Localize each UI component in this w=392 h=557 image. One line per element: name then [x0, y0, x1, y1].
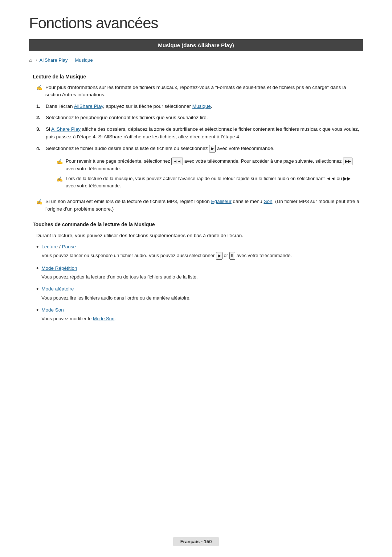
link-egaliseur[interactable]: Egaliseur: [211, 199, 232, 204]
step4-note2-text: Lors de la lecture de la musique, vous p…: [66, 175, 359, 189]
note-icon-1: [36, 84, 42, 92]
step4-note2: ✍ Lors de la lecture de la musique, vous…: [57, 175, 359, 189]
lecture-note-final-text: Si un son anormal est émis lors de la le…: [45, 198, 359, 213]
footer-label: Français - 150: [173, 537, 219, 546]
link-mode-repetition[interactable]: Mode Répétition: [41, 265, 77, 271]
note-icon-final: ✍: [36, 198, 42, 206]
bullet-desc-4: Vous pouvez modifier le Mode Son.: [41, 315, 116, 322]
bullet-dot-2: •: [36, 265, 38, 273]
step1-link-allshare[interactable]: AllShare Play: [74, 103, 103, 109]
breadcrumb-allshare[interactable]: AllShare Play: [39, 57, 68, 63]
link-mode-son-desc[interactable]: Mode Son: [93, 316, 114, 321]
step-1-text: Dans l'écran AllShare Play, appuyez sur …: [46, 102, 212, 110]
breadcrumb-musique[interactable]: Musique: [75, 57, 93, 63]
step-4-text: Sélectionnez le fichier audio désiré dan…: [46, 145, 359, 153]
link-pause[interactable]: Pause: [62, 244, 76, 249]
bullet-dot-3: •: [36, 285, 38, 293]
step-4-num: 4.: [36, 145, 43, 153]
section-header: Musique (dans AllShare Play): [29, 39, 363, 51]
step-3-num: 3.: [36, 125, 43, 133]
bullet-desc-1: Vous pouvez lancer ou suspendre un fichi…: [41, 252, 292, 260]
numbered-steps: 1. Dans l'écran AllShare Play, appuyez s…: [36, 102, 359, 195]
step3-link-allshare[interactable]: AllShare Play: [51, 126, 81, 132]
lecture-note-final: ✍ Si un son anormal est émis lors de la …: [33, 198, 359, 213]
step-1-num: 1.: [36, 102, 43, 110]
lecture-note1-text: Pour plus d'informations sur les formats…: [45, 84, 359, 99]
step-2: 2. Sélectionnez le périphérique contenan…: [36, 114, 359, 122]
step-2-num: 2.: [36, 114, 43, 122]
bullet-mode-aleatoire: • Mode aléatoire Vous pouvez lire les fi…: [36, 285, 359, 301]
bullet-mode-son: • Mode Son Vous pouvez modifier le Mode …: [36, 306, 359, 322]
prev-btn: ◄◄: [171, 158, 183, 165]
step1-link-musique[interactable]: Musique: [192, 103, 211, 109]
bullet-desc-2: Vous pouvez répéter la lecture d'un ou d…: [41, 273, 197, 281]
bullet-mode-repetition: • Mode Répétition Vous pouvez répéter la…: [36, 265, 359, 281]
step4-note1-text: Pour revenir à une page précédente, séle…: [66, 158, 359, 172]
breadcrumb-sep: →: [69, 57, 74, 62]
bullet-lecture-pause: • Lecture / Pause Vous pouvez lancer ou …: [36, 243, 359, 260]
pause-btn: II: [229, 252, 235, 260]
bullet-dot-4: •: [36, 306, 38, 314]
next-btn: ▶▶: [343, 158, 352, 165]
home-icon: ⌂: [29, 57, 32, 63]
bullet-desc-3: Vous pouvez lire les fichiers audio dans…: [41, 294, 191, 302]
play-btn-2: ▶: [216, 252, 222, 260]
bullet-content-3: Mode aléatoire Vous pouvez lire les fich…: [41, 285, 191, 301]
play-btn: ▶: [209, 145, 216, 153]
sep-1: /: [59, 244, 62, 249]
bullet-content-2: Mode Répétition Vous pouvez répéter la l…: [41, 265, 197, 281]
step4-note1: ✍ Pour revenir à une page précédente, sé…: [57, 158, 359, 172]
step-1: 1. Dans l'écran AllShare Play, appuyez s…: [36, 102, 359, 110]
bullet-label-2: Mode Répétition: [41, 265, 197, 272]
step-4: 4. Sélectionnez le fichier audio désiré …: [36, 145, 359, 195]
touches-intro: Durant la lecture, vous pouvez utiliser …: [33, 232, 359, 240]
breadcrumb: ⌂ → AllShare Play → Musique: [29, 57, 363, 63]
lecture-note1: Pour plus d'informations sur les formats…: [33, 84, 359, 99]
breadcrumb-arrow: →: [33, 57, 38, 62]
footer: Français - 150: [0, 537, 392, 546]
note-icon-step4b: ✍: [57, 175, 63, 183]
bullet-content-1: Lecture / Pause Vous pouvez lancer ou su…: [41, 243, 292, 260]
link-lecture[interactable]: Lecture: [41, 244, 58, 249]
lecture-section: Lecture de la Musique Pour plus d'inform…: [29, 74, 363, 213]
bullet-content-4: Mode Son Vous pouvez modifier le Mode So…: [41, 306, 116, 322]
bullet-label-3: Mode aléatoire: [41, 285, 191, 293]
page-title: Fonctions avancées: [29, 15, 363, 32]
step-2-text: Sélectionnez le périphérique contenant l…: [46, 114, 208, 122]
touches-title: Touches de commande de la lecture de la …: [33, 221, 359, 227]
note-icon-step4a: ✍: [57, 158, 63, 166]
step-3-text: Si AllShare Play affiche des dossiers, d…: [46, 125, 359, 141]
link-mode-aleatoire[interactable]: Mode aléatoire: [41, 286, 74, 292]
bullet-dot-1: •: [36, 243, 38, 251]
bullet-label-4: Mode Son: [41, 306, 116, 314]
lecture-title: Lecture de la Musique: [33, 74, 359, 80]
bullet-label-1: Lecture / Pause: [41, 243, 292, 251]
step-3: 3. Si AllShare Play affiche des dossiers…: [36, 125, 359, 141]
touches-section: Touches de commande de la lecture de la …: [29, 221, 363, 322]
link-son[interactable]: Son: [264, 199, 272, 204]
link-mode-son[interactable]: Mode Son: [41, 307, 64, 313]
touches-list: • Lecture / Pause Vous pouvez lancer ou …: [36, 243, 359, 322]
step4-subnotes: ✍ Pour revenir à une page précédente, sé…: [57, 158, 359, 192]
